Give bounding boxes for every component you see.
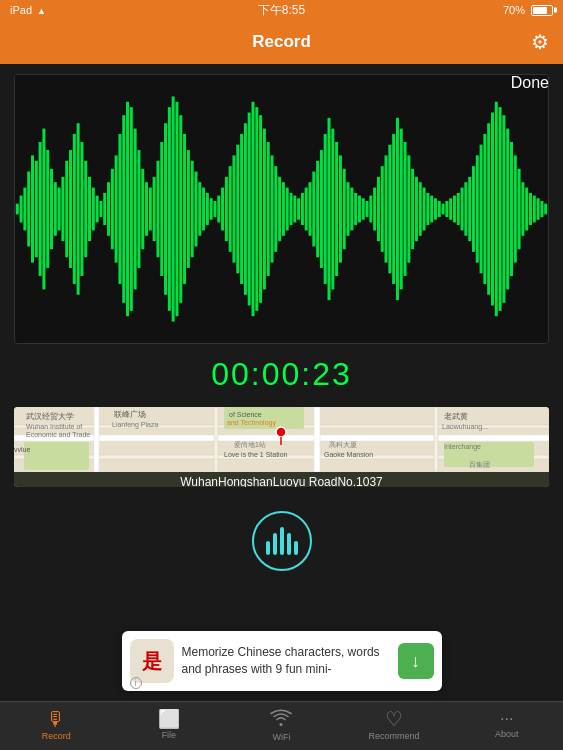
record-button-inner <box>266 527 298 555</box>
recommend-tab-label: Recommend <box>369 731 420 741</box>
record-tab-icon: 🎙 <box>46 709 66 729</box>
svg-text:Interchange: Interchange <box>444 443 481 451</box>
tab-recommend[interactable]: ♡ Recommend <box>338 702 451 750</box>
svg-text:and Technology: and Technology <box>227 419 276 427</box>
ad-info-button[interactable]: i <box>130 677 142 689</box>
svg-text:高科大厦: 高科大厦 <box>329 441 357 449</box>
svg-rect-8 <box>24 442 89 470</box>
record-area <box>0 511 563 571</box>
svg-text:of Science: of Science <box>229 411 262 418</box>
battery-percent: 70% <box>503 4 525 16</box>
waveform-canvas <box>15 75 548 343</box>
device-label: iPad <box>10 4 32 16</box>
tab-bar: 🎙 Record ⬜ File WiFi ♡ Recommend ··· Abo… <box>0 701 563 750</box>
svg-text:爱尚地1站: 爱尚地1站 <box>234 441 266 448</box>
map-container[interactable]: 武汉经贸大学 Wuhan Institute of Economic and T… <box>14 407 549 487</box>
recommend-tab-icon: ♡ <box>385 709 403 729</box>
nav-bar: Record ⚙ <box>0 20 563 64</box>
svg-text:Lianfeng Plaza: Lianfeng Plaza <box>112 421 158 429</box>
wifi-tab-label: WiFi <box>272 732 290 742</box>
svg-text:Laowuhuang...: Laowuhuang... <box>442 423 488 431</box>
svg-text:百集团: 百集团 <box>469 461 490 468</box>
svg-rect-5 <box>214 407 218 472</box>
ad-description: Memorize Chinese characters, words and p… <box>182 644 390 678</box>
svg-text:Economic and Trade: Economic and Trade <box>26 431 90 438</box>
timer-display: 00:00:23 <box>0 356 563 393</box>
svg-text:武汉经贸大学: 武汉经贸大学 <box>26 412 74 421</box>
waveform-display <box>14 74 549 344</box>
tab-file[interactable]: ⬜ File <box>113 702 226 750</box>
nav-title: Record <box>252 32 311 52</box>
svg-point-11 <box>276 427 286 437</box>
time-display: 下午8:55 <box>258 2 305 19</box>
wifi-icon <box>37 4 46 16</box>
file-tab-label: File <box>162 730 177 740</box>
svg-text:vvlue: vvlue <box>14 446 30 453</box>
svg-text:联峰广场: 联峰广场 <box>114 410 146 419</box>
done-button[interactable]: Done <box>511 74 549 92</box>
map-address: WuhanHongshanLuoyu RoadNo.1037 <box>14 472 549 487</box>
svg-rect-6 <box>314 407 320 472</box>
svg-text:Gaoke Mansion: Gaoke Mansion <box>324 451 373 458</box>
record-button[interactable] <box>252 511 312 571</box>
tab-wifi[interactable]: WiFi <box>225 702 338 750</box>
about-tab-icon: ··· <box>500 711 513 727</box>
tab-record[interactable]: 🎙 Record <box>0 702 113 750</box>
file-tab-icon: ⬜ <box>158 710 180 728</box>
svg-text:老武黄: 老武黄 <box>444 412 468 421</box>
map-image: 武汉经贸大学 Wuhan Institute of Economic and T… <box>14 407 549 472</box>
settings-button[interactable]: ⚙ <box>531 30 549 54</box>
battery-icon <box>531 5 553 16</box>
svg-rect-4 <box>94 407 99 472</box>
tab-about[interactable]: ··· About <box>450 702 563 750</box>
ad-banner: 是 Memorize Chinese characters, words and… <box>122 631 442 691</box>
main-content: Done 00:00:23 <box>0 64 563 701</box>
ad-download-button[interactable]: ↓ <box>398 643 434 679</box>
svg-text:Wuhan Institute of: Wuhan Institute of <box>26 423 82 430</box>
wifi-tab-icon <box>270 709 292 730</box>
svg-text:Love is the 1 Station: Love is the 1 Station <box>224 451 288 458</box>
record-tab-label: Record <box>42 731 71 741</box>
status-bar: iPad 下午8:55 70% <box>0 0 563 20</box>
svg-rect-7 <box>434 407 438 472</box>
about-tab-label: About <box>495 729 519 739</box>
